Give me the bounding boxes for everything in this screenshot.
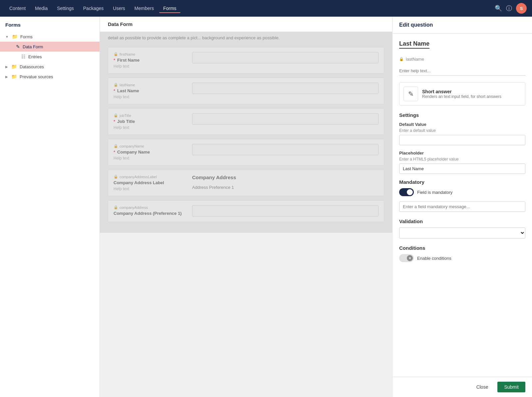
right-panel-body: Last Name 🔒 lastName ✎ Short answer Rend… [393,34,532,377]
right-panel: Edit question Last Name 🔒 lastName ✎ Sho… [392,17,532,397]
edit-icon: ✎ [16,44,20,49]
toggle-x-icon: ✕ [407,255,413,261]
mandatory-toggle-label: Field is mandatory [417,190,452,195]
form-overlay [100,32,392,233]
mandatory-message-input[interactable] [399,201,525,212]
placeholder-sublabel: Enter a HTML5 placeholder value [399,157,525,162]
mandatory-toggle[interactable] [399,188,414,196]
conditions-toggle-label: Enable conditions [417,256,451,261]
nav-icons: 🔍 ⓘ S [495,3,527,14]
close-button[interactable]: Close [470,382,494,392]
right-panel-footer: Close Submit [393,377,532,397]
sidebar-item-forms[interactable]: ▼ 📁 Forms [0,32,100,42]
sidebar-item-data-form[interactable]: ✎ Data Form [0,42,100,52]
list-icon: ☷ [21,54,26,59]
folder-icon-ds: 📁 [11,64,17,69]
validation-select[interactable] [399,227,525,238]
help-icon[interactable]: ⓘ [506,4,512,12]
right-panel-header: Edit question [393,17,532,34]
sidebar-label-prevalue-sources: Prevalue sources [20,74,53,79]
lock-icon-alias: 🔒 [399,57,404,61]
sidebar-label-entries: Entries [28,54,42,59]
mandatory-title: Mandatory [399,179,525,185]
field-alias-row: 🔒 lastName [399,57,525,62]
default-value-sublabel: Enter a default value [399,128,525,133]
field-type-info: Short answer Renders an text input field… [422,89,501,99]
nav-item-content[interactable]: Content [5,4,30,13]
sidebar-item-entries[interactable]: ☷ Entries [0,52,100,62]
conditions-toggle-row: ✕ Enable conditions [399,254,525,262]
sidebar-title: Forms [0,22,100,32]
mandatory-toggle-row: Field is mandatory [399,188,525,196]
short-answer-icon: ✎ [403,87,418,101]
field-type-name: Short answer [422,89,501,94]
search-icon[interactable]: 🔍 [495,5,502,12]
content-header: Data Form [100,17,392,32]
nav-item-media[interactable]: Media [31,4,52,13]
placeholder-input[interactable] [399,164,525,174]
edit-field-name: Last Name [399,40,525,53]
content-area: Data Form detail as possible to provide … [100,17,392,397]
nav-item-members[interactable]: Members [131,4,158,13]
sidebar-label-forms: Forms [20,34,33,39]
top-navigation: Content Media Settings Packages Users Me… [0,0,532,17]
field-type-description: Renders an text input field, for short a… [422,94,501,99]
chevron-right-icon-pv: ▶ [5,75,8,79]
default-value-label: Default Value [399,122,525,127]
nav-item-forms[interactable]: Forms [159,4,180,13]
folder-icon: 📁 [12,34,18,39]
help-text-input[interactable] [399,66,525,76]
field-type-box: ✎ Short answer Renders an text input fie… [399,82,525,106]
chevron-down-icon: ▼ [5,35,9,39]
settings-section-title: Settings [399,112,525,118]
conditions-title: Conditions [399,245,525,251]
sidebar-label-datasources: Datasources [20,64,44,69]
sidebar-item-datasources[interactable]: ▶ 📁 Datasources [0,62,100,72]
sidebar-label-data-form: Data Form [23,44,43,49]
sidebar: Forms ▼ 📁 Forms ✎ Data Form ☷ Entries ▶ … [0,17,100,397]
folder-icon-pv: 📁 [11,74,17,79]
chevron-right-icon: ▶ [5,65,8,69]
alias-value: lastName [406,57,424,62]
nav-item-packages[interactable]: Packages [79,4,108,13]
validation-title: Validation [399,218,525,224]
nav-item-users[interactable]: Users [109,4,129,13]
conditions-toggle[interactable]: ✕ [399,254,414,262]
placeholder-label: Placeholder [399,151,525,156]
avatar[interactable]: S [516,3,527,14]
mandatory-section: Mandatory Field is mandatory [399,179,525,196]
default-value-input[interactable] [399,135,525,145]
submit-button[interactable]: Submit [497,382,525,392]
sidebar-item-prevalue-sources[interactable]: ▶ 📁 Prevalue sources [0,72,100,82]
main-layout: Forms ▼ 📁 Forms ✎ Data Form ☷ Entries ▶ … [0,17,532,397]
nav-item-settings[interactable]: Settings [53,4,78,13]
